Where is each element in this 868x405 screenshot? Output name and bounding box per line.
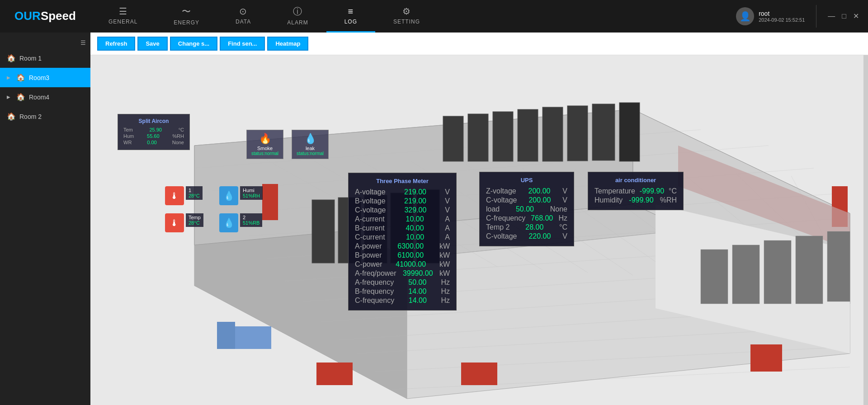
humi1-info: Humi 51%RH <box>240 186 263 200</box>
save-button[interactable]: Save <box>137 37 167 51</box>
tpm-row-0: A-voltage 219.00 V <box>355 188 450 196</box>
scrollbar[interactable] <box>863 55 868 405</box>
room1-icon: 🏠 <box>7 54 16 62</box>
username: root <box>759 10 805 17</box>
nav-energy[interactable]: 〜 ENERGY <box>156 0 217 33</box>
ups-row-1: C-voltage 200.00 V <box>486 196 567 204</box>
tem-label: Tem <box>123 127 133 132</box>
window-controls: — □ ✕ <box>819 12 868 20</box>
nav-setting[interactable]: ⚙ SETTING <box>375 0 438 33</box>
temp2-info: Temp 28°C <box>186 213 203 227</box>
nav-bar: ☰ GENERAL 〜 ENERGY ⊙ DATA ⓘ ALARM ≡ LOG … <box>90 0 727 33</box>
room-view: Split Aircon Tem 25.90 °C Hum 55.60 %RH … <box>90 55 868 405</box>
avatar: 👤 <box>736 7 754 25</box>
ups-row-4: Temp 2 28.00 °C <box>486 223 567 231</box>
tpm-val-0: 219.00 <box>404 188 426 196</box>
aircon-panel: air conditioner Temperature -999.90 °C H… <box>588 172 684 210</box>
tpm-row-5: C-current 10.00 A <box>355 233 450 241</box>
logo-our: OUR <box>14 9 41 23</box>
temp2-value: 28°C <box>189 220 201 226</box>
ups-title: UPS <box>486 177 567 184</box>
setting-icon: ⚙ <box>402 6 411 17</box>
humi2-info: 2 51%RB <box>240 213 262 227</box>
sidebar-item-room3[interactable]: ▶ 🏠 Room3 <box>0 68 90 87</box>
svg-rect-50 <box>764 240 791 304</box>
find-sen-button[interactable]: Find sen... <box>220 37 265 51</box>
sidebar-item-room2[interactable]: 🏠 Room 2 <box>0 107 90 126</box>
sidebar-room2-label: Room 2 <box>19 113 42 120</box>
energy-icon: 〜 <box>182 5 191 18</box>
sidebar-item-room1[interactable]: 🏠 Room 1 <box>0 48 90 68</box>
temp1-icon: 🌡 <box>165 186 184 205</box>
tpm-row-8: C-power 41000.00 kW <box>355 260 450 268</box>
toolbar: Refresh Save Change s... Find sen... Hea… <box>90 33 868 55</box>
log-icon: ≡ <box>348 6 354 17</box>
temp-sensor-2: 🌡 Temp 28°C <box>165 213 203 232</box>
refresh-button[interactable]: Refresh <box>97 37 135 51</box>
ups-row-3: C-frequency 768.00 Hz <box>486 214 567 222</box>
humi1-label: Humi <box>243 188 260 193</box>
humi2-value: 51%RB <box>243 220 259 226</box>
aircon-row-0: Temperature -999.90 °C <box>594 187 677 195</box>
svg-rect-30 <box>493 112 513 161</box>
nav-alarm[interactable]: ⓘ ALARM <box>269 0 326 33</box>
wr-unit: None <box>172 140 184 145</box>
svg-rect-36 <box>312 200 335 263</box>
tpm-row-10: A-frequency 50.00 Hz <box>355 278 450 287</box>
aircon-title: air conditioner <box>594 177 677 184</box>
sidebar: ☰ 🏠 Room 1 ▶ 🏠 Room3 ▶ 🏠 Room4 🏠 Room 2 <box>0 33 90 405</box>
wr-value: 0.00 <box>147 140 156 145</box>
ups-row-0: Z-voltage 200.00 V <box>486 187 567 195</box>
menu-icon: ☰ <box>80 39 86 46</box>
aircon-row-1: Humidity -999.90 %RH <box>594 196 677 204</box>
svg-rect-32 <box>542 107 563 161</box>
user-area: 👤 root 2024-09-02 15:52:51 <box>727 7 814 25</box>
close-button[interactable]: ✕ <box>853 12 859 20</box>
data-icon: ⊙ <box>239 6 247 17</box>
svg-rect-43 <box>750 344 782 372</box>
svg-rect-48 <box>701 250 728 304</box>
svg-rect-54 <box>217 322 235 349</box>
sidebar-room1-label: Room 1 <box>19 55 42 62</box>
tpm-unit-0: V <box>445 188 450 196</box>
sidebar-header: ☰ <box>0 37 90 48</box>
temp1-value: 28°C <box>189 193 200 198</box>
nav-energy-label: ENERGY <box>174 19 199 26</box>
temp-sensor-1: 🌡 1 28°C <box>165 186 203 205</box>
split-aircon-panel: Split Aircon Tem 25.90 °C Hum 55.60 %RH … <box>118 114 190 150</box>
titlebar: OURSpeed ☰ GENERAL 〜 ENERGY ⊙ DATA ⓘ ALA… <box>0 0 868 33</box>
smoke-icon: 🔥 <box>259 133 271 145</box>
nav-data[interactable]: ⊙ DATA <box>217 0 269 33</box>
leak-icon: 💧 <box>304 133 316 145</box>
humi2-label: 2 <box>243 215 259 220</box>
tpm-row-1: B-voltage 219.00 V <box>355 197 450 205</box>
smoke-status: status:normal <box>251 151 278 156</box>
divider <box>816 5 816 28</box>
minimize-button[interactable]: — <box>828 12 835 20</box>
tpm-label-0: A-voltage <box>355 188 386 196</box>
humi-sensor-2: 💧 2 51%RB <box>219 213 262 232</box>
alarm-icon: ⓘ <box>293 5 302 18</box>
maximize-button[interactable]: □ <box>842 12 846 20</box>
sidebar-item-room4[interactable]: ▶ 🏠 Room4 <box>0 87 90 107</box>
svg-rect-49 <box>732 245 760 304</box>
humi2-icon: 💧 <box>219 213 238 232</box>
ups-panel: UPS Z-voltage 200.00 V C-voltage 200.00 … <box>479 172 574 246</box>
wr-label: WR <box>123 140 132 145</box>
nav-log[interactable]: ≡ LOG <box>326 0 375 33</box>
tpm-row-12: C-frequency 14.00 Hz <box>355 297 450 305</box>
nav-setting-label: SETTING <box>393 19 420 25</box>
nav-general[interactable]: ☰ GENERAL <box>90 0 156 33</box>
tpm-row-7: B-power 6100.00 kW <box>355 251 450 259</box>
svg-rect-33 <box>567 106 588 161</box>
split-aircon-row-2: Hum 55.60 %RH <box>123 133 184 139</box>
tpm-row-11: B-frequency 14.00 Hz <box>355 287 450 296</box>
change-s-button[interactable]: Change s... <box>170 37 217 51</box>
nav-log-label: LOG <box>344 19 357 25</box>
leak-status: status:normal <box>297 151 324 156</box>
temp1-info: 1 28°C <box>186 186 203 200</box>
tpm-row-3: A-current 10.00 A <box>355 215 450 223</box>
svg-rect-42 <box>461 363 497 385</box>
svg-rect-35 <box>619 103 640 161</box>
heatmap-button[interactable]: Heatmap <box>267 37 308 51</box>
